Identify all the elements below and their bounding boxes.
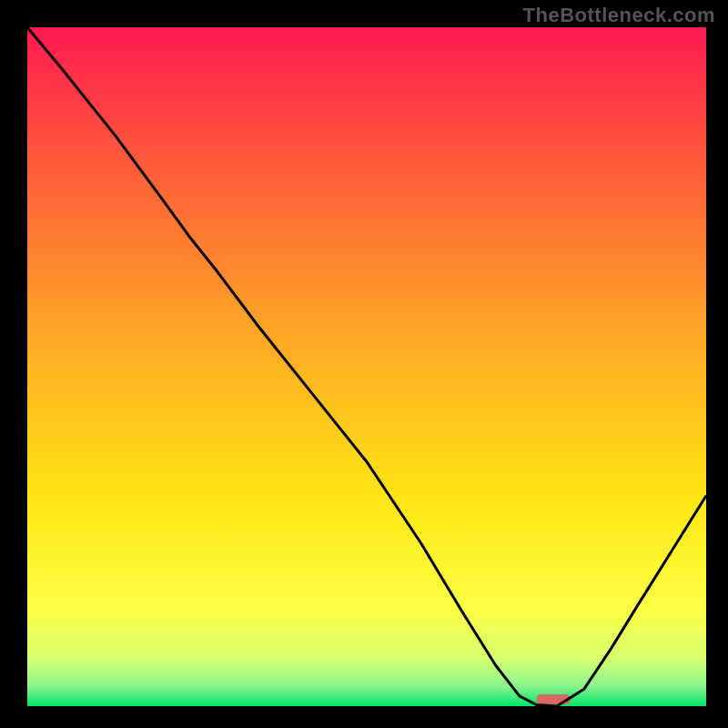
plot-background: [27, 27, 706, 706]
bottleneck-chart: [0, 0, 728, 728]
